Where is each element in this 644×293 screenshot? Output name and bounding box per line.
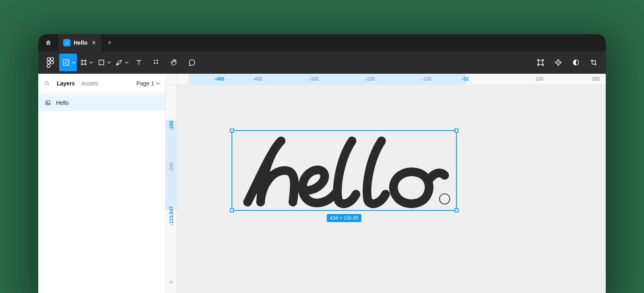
text-tool-button[interactable] bbox=[130, 54, 148, 71]
home-icon bbox=[45, 39, 52, 46]
frame-icon bbox=[80, 58, 88, 66]
home-button[interactable] bbox=[38, 34, 58, 51]
mask-icon bbox=[572, 58, 580, 66]
canvas-area[interactable]: -466-400-300-200-100-32100200 -266-200-1… bbox=[166, 74, 606, 293]
crop-button[interactable] bbox=[585, 54, 603, 71]
svg-point-3 bbox=[51, 61, 54, 64]
text-icon bbox=[135, 58, 143, 66]
content: Layers Assets Page 1 Hello -466-400- bbox=[38, 74, 606, 293]
resize-handle-br[interactable] bbox=[454, 208, 458, 212]
page-selector-label: Page 1 bbox=[136, 80, 154, 87]
component-icon bbox=[554, 58, 562, 66]
svg-point-0 bbox=[47, 58, 50, 61]
chevron-down-icon bbox=[107, 60, 111, 64]
tabbar: Hello × + bbox=[38, 34, 606, 51]
tab-active[interactable]: Hello × bbox=[58, 34, 101, 51]
svg-rect-17 bbox=[46, 101, 50, 105]
pen-tool-button[interactable] bbox=[112, 54, 130, 71]
svg-point-18 bbox=[47, 102, 47, 103]
svg-rect-8 bbox=[157, 62, 158, 64]
move-tool-button[interactable] bbox=[59, 54, 77, 71]
tab-close-icon[interactable]: × bbox=[91, 39, 97, 46]
layer-name: Hello bbox=[56, 100, 69, 106]
scale-icon bbox=[62, 58, 70, 66]
resize-handle-tl[interactable] bbox=[230, 129, 234, 133]
chevron-down-icon bbox=[89, 60, 93, 64]
chevron-down-icon bbox=[156, 81, 160, 85]
frame-tool-button[interactable] bbox=[77, 54, 95, 71]
tab-title: Hello bbox=[74, 39, 87, 46]
shape-tool-button[interactable] bbox=[95, 54, 112, 71]
leaf-icon bbox=[63, 39, 70, 46]
left-sidebar: Layers Assets Page 1 Hello bbox=[38, 74, 166, 293]
layer-row[interactable]: Hello bbox=[38, 95, 165, 111]
layer-list: Hello bbox=[38, 93, 165, 112]
hand-icon bbox=[170, 58, 178, 66]
svg-point-1 bbox=[51, 58, 54, 61]
ruler-corner bbox=[166, 74, 177, 85]
comment-icon bbox=[188, 58, 196, 66]
hand-tool-button[interactable] bbox=[165, 54, 183, 71]
svg-point-16 bbox=[45, 81, 48, 84]
toolbar bbox=[38, 51, 606, 74]
search-icon[interactable] bbox=[44, 80, 50, 87]
dimensions-badge: 434 × 150.45 bbox=[327, 214, 361, 222]
figma-menu-button[interactable] bbox=[41, 54, 59, 71]
page-selector[interactable]: Page 1 bbox=[136, 80, 160, 87]
svg-rect-7 bbox=[154, 62, 155, 64]
canvas[interactable]: 434 × 150.45 bbox=[177, 85, 606, 293]
tab-assets[interactable]: Assets bbox=[81, 80, 98, 87]
panel-tabs: Layers Assets Page 1 bbox=[38, 74, 165, 93]
rectangle-icon bbox=[97, 58, 105, 66]
svg-point-4 bbox=[47, 64, 50, 68]
ruler-vertical[interactable]: -266-200-115.5470 bbox=[166, 85, 177, 293]
svg-rect-14 bbox=[542, 64, 543, 65]
resources-button[interactable] bbox=[148, 54, 165, 71]
pen-icon bbox=[115, 58, 123, 66]
chevron-down-icon bbox=[72, 60, 76, 64]
hello-artwork bbox=[232, 135, 456, 210]
svg-rect-13 bbox=[538, 64, 539, 65]
figma-icon bbox=[47, 57, 54, 68]
selection-bounds[interactable]: 434 × 150.45 bbox=[231, 130, 457, 211]
svg-point-2 bbox=[47, 61, 50, 64]
resize-handle-bl[interactable] bbox=[230, 208, 234, 212]
resources-icon bbox=[153, 58, 161, 66]
tab-layers[interactable]: Layers bbox=[57, 80, 75, 87]
svg-rect-11 bbox=[538, 60, 539, 61]
svg-rect-12 bbox=[542, 60, 543, 61]
edit-object-icon bbox=[537, 58, 545, 66]
image-icon bbox=[45, 100, 51, 106]
svg-point-19 bbox=[444, 199, 445, 199]
app-window: Hello × + bbox=[38, 34, 606, 293]
resize-handle-tr[interactable] bbox=[454, 129, 458, 133]
svg-rect-9 bbox=[157, 60, 158, 61]
ruler-horizontal[interactable]: -466-400-300-200-100-32100200 bbox=[177, 74, 606, 85]
component-button[interactable] bbox=[549, 54, 567, 71]
new-tab-button[interactable]: + bbox=[101, 34, 118, 51]
edit-object-button[interactable] bbox=[532, 54, 549, 71]
crop-icon bbox=[590, 58, 598, 66]
mask-button[interactable] bbox=[567, 54, 585, 71]
chevron-down-icon bbox=[125, 60, 129, 64]
svg-rect-6 bbox=[99, 60, 104, 65]
comment-tool-button[interactable] bbox=[183, 54, 201, 71]
